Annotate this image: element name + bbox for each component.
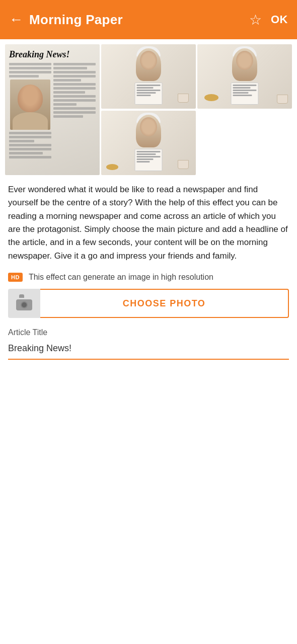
croissant-decoration (204, 94, 218, 101)
cup-decoration-3 (178, 160, 189, 169)
bottom-space (0, 360, 297, 561)
article-title-input[interactable] (8, 341, 289, 356)
gallery-bottom-right-image[interactable] (101, 111, 196, 175)
choose-photo-button[interactable]: CHOOSE PHOTO (40, 289, 289, 318)
description-text: Ever wondered what it would be like to r… (0, 175, 297, 270)
cup-decoration (178, 94, 189, 103)
article-title-section: Article Title (0, 328, 297, 360)
small-newspaper-3 (135, 149, 163, 171)
croissant-decoration-2 (106, 164, 118, 170)
hd-badge: HD (8, 273, 23, 282)
newspaper-col-right (53, 63, 96, 170)
choose-photo-row: CHOOSE PHOTO (0, 289, 297, 318)
camera-lens (21, 301, 28, 308)
gallery-main-image[interactable]: Breaking News! (5, 44, 100, 175)
header-left: ← Morning Paper (9, 12, 123, 28)
back-button[interactable]: ← (9, 13, 23, 27)
small-newspaper (135, 83, 163, 105)
gallery: Breaking News! (0, 39, 297, 175)
camera-icon (16, 296, 32, 310)
header-right: ☆ OK (249, 12, 288, 28)
person-figure (136, 48, 161, 81)
header: ← Morning Paper ☆ OK (0, 0, 297, 39)
hd-description: This effect can generate an image in hig… (29, 273, 213, 282)
person-figure-2 (232, 48, 257, 81)
small-newspaper-2 (231, 83, 259, 105)
page-title: Morning Paper (29, 12, 123, 28)
person-figure-3 (136, 115, 161, 147)
cup-decoration-2 (277, 95, 288, 104)
star-button[interactable]: ☆ (249, 12, 262, 28)
gallery-top-right-image[interactable] (101, 44, 196, 109)
ok-button[interactable]: OK (271, 13, 288, 26)
camera-icon-box (8, 289, 40, 318)
gallery-mid-right-image[interactable] (197, 44, 292, 109)
article-title-label: Article Title (8, 328, 289, 337)
camera-body (16, 299, 32, 310)
newspaper-headline-text: Breaking News! (9, 49, 96, 60)
newspaper-col-left (9, 63, 51, 170)
article-title-input-wrapper (8, 341, 289, 360)
hd-row: HD This effect can generate an image in … (0, 270, 297, 289)
camera-bump (19, 294, 24, 298)
